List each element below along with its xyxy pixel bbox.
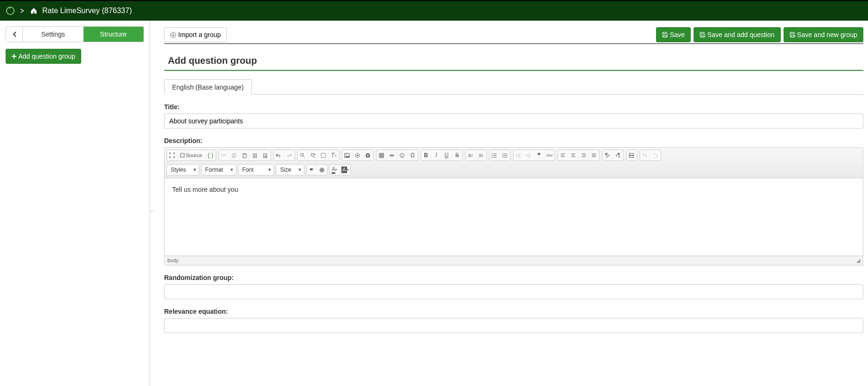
globe-icon[interactable] (317, 165, 327, 175)
find-icon[interactable] (298, 150, 308, 160)
outdent-icon[interactable] (513, 150, 524, 160)
cut-icon[interactable]: ✂ (219, 150, 229, 160)
save-button[interactable]: Save (656, 27, 691, 42)
sidebar-resize-handle[interactable]: ⋮ (150, 208, 155, 214)
plus-icon (12, 54, 16, 59)
language-tabs: English (Base language) (164, 79, 863, 95)
svg-rect-5 (243, 154, 246, 158)
flash-icon[interactable] (363, 150, 373, 160)
editor-resize-handle[interactable]: ◢ (856, 257, 860, 264)
numbered-list-icon[interactable]: 123 (490, 150, 500, 160)
bold-icon[interactable]: B (421, 150, 431, 160)
sidebar-tabs: Settings Structure (6, 26, 144, 42)
sidebar-collapse-button[interactable] (6, 27, 23, 42)
svg-point-27 (502, 157, 503, 158)
align-left-icon[interactable] (558, 150, 568, 160)
font-combo[interactable]: Font▼ (238, 164, 274, 175)
save-icon (662, 32, 668, 38)
smiley-icon[interactable] (397, 150, 408, 160)
redo-icon[interactable] (284, 150, 294, 160)
div-icon[interactable]: DIV (544, 150, 555, 160)
strike-icon[interactable]: S (452, 150, 462, 160)
svg-rect-6 (244, 153, 245, 154)
svg-rect-4 (233, 153, 236, 157)
image-icon[interactable] (342, 150, 353, 160)
replace-icon[interactable] (308, 150, 318, 160)
rich-text-editor: Source { } ✂ W (164, 147, 863, 265)
table-icon[interactable] (377, 150, 387, 160)
format-combo[interactable]: Format▼ (201, 164, 236, 175)
title-input[interactable] (164, 114, 863, 129)
survey-title[interactable]: Rate LimeSurvey (876337) (42, 7, 132, 15)
source-button[interactable]: Source (177, 150, 205, 160)
align-center-icon[interactable] (568, 150, 579, 160)
align-right-icon[interactable] (579, 150, 589, 160)
media-icon[interactable] (353, 150, 363, 160)
rtl-icon[interactable]: ‹¶ (613, 150, 623, 160)
relevance-input[interactable] (164, 318, 863, 333)
unlink-icon[interactable] (650, 150, 661, 160)
save-new-group-label: Save and new group (797, 31, 857, 38)
breadcrumb-arrow-icon (20, 8, 25, 14)
subscript-icon[interactable]: x2 (466, 150, 476, 160)
svg-point-14 (346, 154, 347, 155)
svg-point-10 (301, 153, 303, 156)
text-color-icon[interactable]: A▾ (330, 165, 340, 175)
align-justify-icon[interactable] (589, 150, 599, 160)
add-question-group-button[interactable]: Add question group (6, 49, 81, 64)
svg-text:W: W (264, 155, 267, 158)
editor-toolbar: Source { } ✂ W (165, 148, 863, 178)
randomization-label: Randomization group: (164, 274, 863, 281)
randomization-input[interactable] (164, 284, 863, 299)
home-icon[interactable] (30, 7, 38, 15)
copy-icon[interactable] (229, 150, 240, 160)
save-add-question-label: Save and add question (707, 31, 774, 38)
editor-elements-path[interactable]: body (167, 257, 179, 264)
svg-point-17 (367, 154, 369, 156)
tab-structure[interactable]: Structure (83, 27, 144, 42)
paste-icon[interactable] (240, 150, 250, 160)
blockquote-icon[interactable]: ❝ (534, 150, 544, 160)
ltr-icon[interactable]: ¶› (603, 150, 613, 160)
size-combo[interactable]: Size▼ (276, 164, 304, 175)
svg-rect-2 (181, 153, 184, 157)
styles-combo[interactable]: Styles▼ (166, 164, 199, 175)
svg-rect-12 (321, 153, 325, 158)
underline-icon[interactable]: U (442, 150, 452, 160)
svg-rect-7 (253, 154, 257, 158)
import-group-button[interactable]: Import a group (164, 27, 227, 42)
save-new-group-button[interactable]: Save and new group (784, 27, 863, 42)
hr-icon[interactable] (387, 150, 397, 160)
select-all-icon[interactable] (318, 150, 329, 160)
special-char-icon[interactable]: Ω (408, 150, 418, 160)
anchor-flag-icon[interactable] (307, 165, 317, 175)
undo-icon[interactable] (274, 150, 284, 160)
save-add-question-button[interactable]: Save and add question (694, 27, 780, 42)
bullet-list-icon[interactable] (500, 150, 510, 160)
import-group-label: Import a group (178, 31, 221, 38)
bg-color-icon[interactable]: A▾ (340, 165, 350, 175)
editor-content[interactable]: Tell us more about you (165, 178, 863, 256)
superscript-icon[interactable]: x2 (476, 150, 486, 160)
italic-icon[interactable]: I (431, 150, 442, 160)
paste-text-icon[interactable] (250, 150, 260, 160)
svg-point-26 (502, 155, 503, 156)
editor-footer: body ◢ (165, 256, 863, 265)
svg-point-21 (402, 154, 403, 155)
main-content: ⋮ Import a group Save Save and add quest… (150, 21, 868, 386)
indent-icon[interactable] (524, 150, 534, 160)
paste-word-icon[interactable]: W (260, 150, 271, 160)
limesurvey-logo-icon[interactable] (6, 6, 15, 15)
expression-icon[interactable]: { } (205, 150, 216, 160)
show-blocks-icon[interactable] (626, 150, 637, 160)
svg-point-11 (311, 153, 314, 156)
link-icon[interactable] (640, 150, 650, 160)
svg-rect-18 (379, 153, 384, 158)
save-icon (700, 32, 705, 38)
page-title: Add question group (164, 51, 863, 70)
svg-point-20 (401, 154, 401, 155)
maximize-icon[interactable] (167, 150, 177, 160)
remove-format-icon[interactable]: T× (329, 150, 339, 160)
tab-settings[interactable]: Settings (23, 27, 83, 42)
lang-tab-english[interactable]: English (Base language) (164, 79, 252, 95)
